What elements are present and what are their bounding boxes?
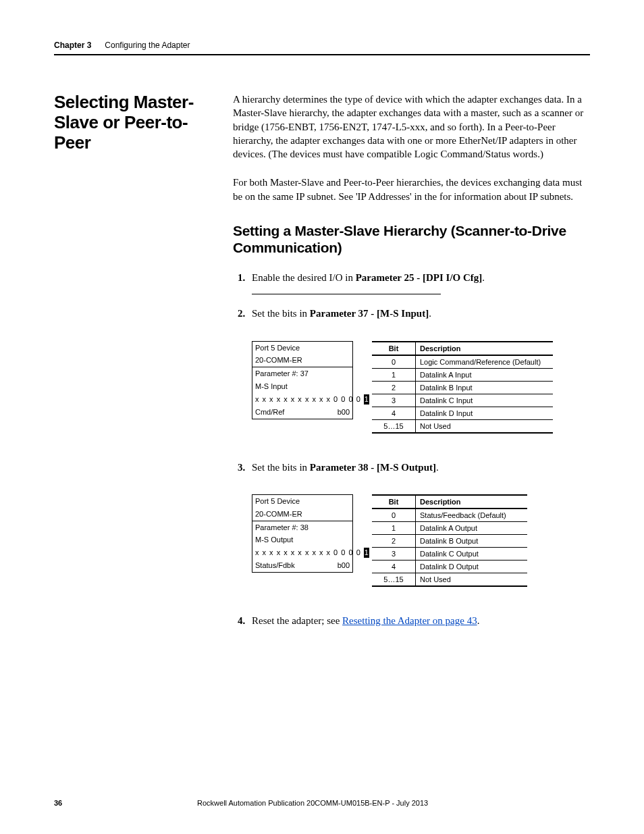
reset-adapter-link[interactable]: Resetting the Adapter on page 43 — [342, 615, 477, 626]
bit-table-38: Bit Description 0Status/Feedback (Defaul… — [372, 494, 527, 587]
running-head: Chapter 3 Configuring the Adapter — [54, 41, 590, 55]
chapter-title: Configuring the Adapter — [105, 41, 190, 50]
intro-paragraph-2: For both Master-Slave and Peer-to-Peer h… — [233, 176, 590, 203]
lcd-bits-prefix: x x x x x x x x x x x 0 0 0 0 — [255, 548, 361, 556]
step-3-text-c: . — [436, 462, 439, 473]
lcd-line: M-S Output — [252, 533, 352, 546]
table-header-row: Bit Description — [372, 495, 527, 509]
step-1-param: Parameter 25 - [DPI I/O Cfg] — [356, 272, 483, 283]
table-row: 3Datalink C Input — [372, 394, 553, 407]
step-3-param: Parameter 38 - [M-S Output] — [310, 462, 436, 473]
step-4-text-c: . — [477, 615, 480, 626]
lcd-last-right: b00 — [338, 407, 350, 417]
col-bit: Bit — [372, 495, 416, 509]
display-set-38: Port 5 Device 20-COMM-ER Parameter #: 38… — [252, 494, 590, 587]
step-3-text-a: Set the bits in — [252, 462, 310, 473]
lcd-line: Status/Fdbk b00 — [252, 559, 352, 572]
step-1: Enable the desired I/O in Parameter 25 -… — [248, 271, 590, 284]
lcd-line: Port 5 Device — [252, 495, 352, 508]
intro-paragraph-1: A hierarchy determines the type of devic… — [233, 93, 590, 161]
step-1-text-a: Enable the desired I/O in — [252, 272, 356, 283]
col-desc: Description — [416, 495, 528, 509]
table-row: 0Status/Feedback (Default) — [372, 509, 527, 522]
lcd-bits: x x x x x x x x x x x 0 0 0 0 1 — [252, 546, 352, 559]
table-row: 5…15Not Used — [372, 419, 553, 433]
step-3: Set the bits in Parameter 38 - [M-S Outp… — [248, 461, 590, 474]
table-row: 2Datalink B Output — [372, 534, 527, 547]
chapter-label: Chapter 3 — [54, 41, 91, 50]
lcd-bits-selected: 1 — [364, 548, 369, 558]
divider — [252, 294, 441, 294]
lcd-last-right: b00 — [338, 561, 350, 571]
lcd-line: 20-COMM-ER — [252, 354, 352, 367]
table-row: 0Logic Command/Reference (Default) — [372, 355, 553, 369]
lcd-bits: x x x x x x x x x x x 0 0 0 0 1 — [252, 393, 352, 406]
lcd-last-left: Status/Fdbk — [255, 561, 295, 571]
col-bit: Bit — [372, 342, 416, 355]
lcd-bits-prefix: x x x x x x x x x x x 0 0 0 0 — [255, 395, 361, 403]
lcd-line: Port 5 Device — [252, 342, 352, 355]
lcd-last-left: Cmd/Ref — [255, 407, 284, 417]
table-row: 4Datalink D Input — [372, 407, 553, 419]
table-row: 3Datalink C Output — [372, 547, 527, 560]
lcd-line: Cmd/Ref b00 — [252, 406, 352, 419]
table-row: 2Datalink B Input — [372, 381, 553, 394]
step-4-text-a: Reset the adapter; see — [252, 615, 342, 626]
bit-table-37: Bit Description 0Logic Command/Reference… — [372, 341, 553, 434]
lcd-line: 20-COMM-ER — [252, 508, 352, 521]
lcd-line: Parameter #: 37 — [252, 367, 352, 380]
subsection-heading: Setting a Master-Slave Hierarchy (Scanne… — [233, 222, 590, 256]
table-row: 1Datalink A Output — [372, 521, 527, 534]
lcd-display-38: Port 5 Device 20-COMM-ER Parameter #: 38… — [252, 494, 353, 573]
publication-info: Rockwell Automation Publication 20COMM-U… — [35, 799, 590, 807]
step-2-text-c: . — [429, 308, 431, 319]
step-4: Reset the adapter; see Resetting the Ada… — [248, 614, 590, 627]
col-desc: Description — [416, 342, 554, 355]
section-title: Selecting Master-Slave or Peer-to-Peer — [54, 93, 213, 153]
lcd-line: M-S Input — [252, 380, 352, 393]
page-footer: 36 Rockwell Automation Publication 20COM… — [54, 799, 590, 807]
table-row: 4Datalink D Output — [372, 560, 527, 573]
table-row: 5…15Not Used — [372, 573, 527, 586]
step-1-text-c: . — [482, 272, 485, 283]
table-header-row: Bit Description — [372, 342, 553, 355]
step-2-text-a: Set the bits in — [252, 308, 310, 319]
table-row: 1Datalink A Input — [372, 368, 553, 381]
lcd-bits-selected: 1 — [364, 394, 369, 405]
step-2: Set the bits in Parameter 37 - [M-S Inpu… — [248, 307, 590, 320]
step-2-param: Parameter 37 - [M-S Input] — [310, 308, 429, 319]
display-set-37: Port 5 Device 20-COMM-ER Parameter #: 37… — [252, 341, 590, 434]
lcd-display-37: Port 5 Device 20-COMM-ER Parameter #: 37… — [252, 341, 353, 419]
lcd-line: Parameter #: 38 — [252, 521, 352, 534]
